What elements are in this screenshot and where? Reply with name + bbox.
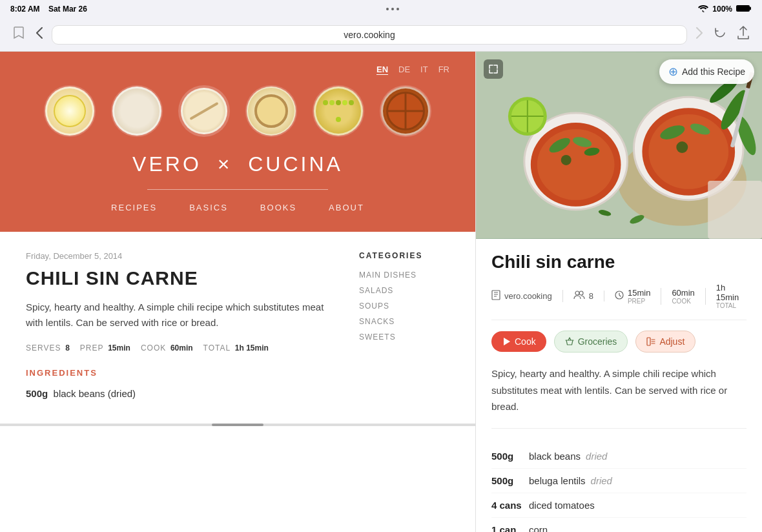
cat-salads[interactable]: SALADS [359, 286, 449, 295]
nav-books[interactable]: BOOKS [260, 203, 296, 212]
adjust-button[interactable]: Adjust [635, 331, 695, 353]
website-panel: EN DE IT FR [0, 52, 475, 532]
nav-about[interactable]: ABOUT [329, 203, 364, 212]
forward-button[interactable] [694, 25, 705, 45]
total-time-value: 1h 15min [716, 283, 739, 302]
nav-basics[interactable]: BASICS [189, 203, 228, 212]
lang-it[interactable]: IT [420, 65, 428, 75]
food-icon-2 [111, 85, 163, 137]
svg-point-33 [575, 291, 579, 295]
language-bar: EN DE IT FR [0, 65, 475, 85]
browser-bar: vero.cooking [0, 18, 762, 52]
reload-button[interactable] [712, 25, 728, 45]
url-text: vero.cooking [344, 30, 395, 40]
svg-rect-37 [647, 338, 650, 345]
article-main: Friday, December 5, 2014 CHILI SIN CARNE… [26, 251, 333, 404]
cat-snacks[interactable]: SNACKS [359, 317, 449, 326]
ing-amount-1: 500g [491, 451, 524, 462]
food-icon-4 [245, 85, 297, 137]
site-title: VERO × CUCINA [0, 152, 475, 176]
ing-amount-4: 1 can [491, 524, 524, 533]
food-icons-row [0, 85, 475, 137]
categories-title: CATEGORIES [359, 251, 449, 260]
recipe-app-panel: ⊕ Add this Recipe Chili sin carne vero.c… [475, 52, 762, 532]
svg-point-34 [579, 291, 583, 295]
book-icon [491, 290, 500, 302]
site-header: EN DE IT FR [0, 52, 475, 232]
nav-recipes[interactable]: RECIPES [111, 203, 157, 212]
status-time: 8:02 AM [10, 5, 40, 14]
ingredient-list: 500g black beans dried 500g beluga lenti… [491, 444, 747, 533]
ingredient-1: 500g black beans (dried) [26, 388, 333, 399]
lang-de[interactable]: DE [398, 65, 410, 75]
groceries-button[interactable]: Groceries [554, 331, 628, 353]
ingredient-row-3: 4 cans diced tomatoes [491, 493, 747, 518]
prep-time-item: 15min PREP [615, 288, 661, 305]
adjust-icon [646, 337, 655, 346]
ingredient-row-1: 500g black beans dried [491, 444, 747, 469]
ing-name-2: beluga lentils [529, 475, 586, 486]
ing-amount-3: 4 cans [491, 500, 524, 511]
lang-fr[interactable]: FR [438, 65, 449, 75]
total-meta: TOTAL 1h 15min [203, 343, 269, 353]
svg-point-13 [648, 114, 728, 189]
cook-meta: COOK 60min [141, 343, 193, 353]
svg-rect-1 [750, 6, 751, 10]
svg-marker-36 [504, 338, 510, 345]
status-center-dots [386, 8, 399, 10]
total-time-item: 1h 15min TOTAL [716, 283, 749, 309]
cook-time-value: 60min [672, 288, 694, 298]
serves-value: 8 [589, 291, 593, 301]
ingredient-row-4: 1 can corn [491, 518, 747, 533]
cat-soups[interactable]: SOUPS [359, 302, 449, 311]
bookmark-button[interactable] [10, 23, 27, 46]
food-icon-1 [44, 85, 96, 137]
article-content: Friday, December 5, 2014 CHILI SIN CARNE… [0, 232, 475, 424]
cook-time-item: 60min COOK [672, 288, 705, 305]
cat-main-dishes[interactable]: MAIN DISHES [359, 271, 449, 280]
prep-meta: PREP 15min [80, 343, 130, 353]
recipe-details: Chili sin carne vero.cooking 8 [476, 239, 762, 532]
ing-note-2: dried [591, 475, 612, 486]
main-area: EN DE IT FR [0, 52, 762, 532]
lang-en[interactable]: EN [376, 65, 388, 75]
recipe-description: Spicy, hearty and healthy. A simple chil… [491, 365, 747, 429]
battery-icon [736, 5, 752, 14]
back-button[interactable] [34, 25, 45, 45]
svg-point-16 [676, 141, 688, 153]
food-icon-6 [380, 85, 431, 137]
svg-rect-0 [736, 5, 750, 12]
ing-amount-2: 500g [491, 475, 524, 486]
recipe-source-row: vero.cooking 8 15min PREP [491, 283, 747, 320]
ing-name-4: corn [529, 524, 548, 533]
expand-icon [489, 65, 498, 74]
share-button[interactable] [735, 23, 752, 46]
action-row: Cook Groceries Adjust [491, 331, 747, 353]
prep-time-value: 15min [628, 288, 650, 298]
title-divider [147, 189, 328, 190]
source-website: vero.cooking [491, 290, 563, 302]
cat-sweets[interactable]: SWEETS [359, 332, 449, 342]
ing-name-3: diced tomatoes [529, 500, 595, 511]
serves-item: 8 [573, 291, 604, 302]
cook-time-label: COOK [672, 298, 694, 305]
status-date: Sat Mar 26 [48, 5, 87, 14]
recipe-image-container: ⊕ Add this Recipe [476, 52, 762, 239]
basket-icon [565, 337, 574, 346]
ing-name-1: black beans [529, 451, 581, 462]
wifi-icon [698, 5, 708, 14]
prep-time-label: PREP [628, 298, 650, 305]
status-right: 100% [698, 5, 752, 14]
article-date: Friday, December 5, 2014 [26, 251, 333, 261]
people-icon [573, 291, 585, 302]
add-recipe-label: Add this Recipe [682, 66, 745, 77]
expand-button[interactable] [484, 59, 503, 79]
total-time-label: TOTAL [716, 302, 739, 309]
categories-sidebar: CATEGORIES MAIN DISHES SALADS SOUPS SNAC… [359, 251, 449, 404]
url-bar[interactable]: vero.cooking [52, 25, 687, 45]
battery-text: 100% [712, 5, 732, 14]
add-recipe-button[interactable]: ⊕ Add this Recipe [659, 59, 754, 84]
article-title: CHILI SIN CARNE [26, 267, 333, 289]
add-circle-icon: ⊕ [668, 65, 678, 79]
cook-button[interactable]: Cook [491, 331, 546, 352]
